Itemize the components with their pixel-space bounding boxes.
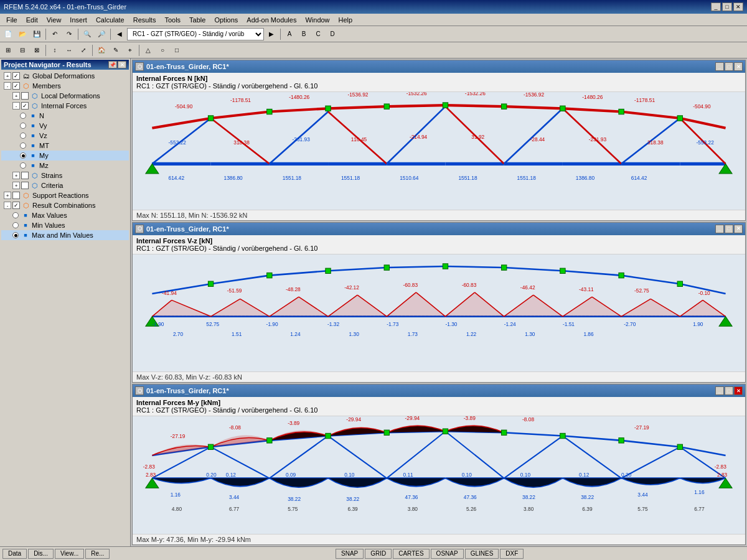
- check-strains[interactable]: [21, 172, 29, 179]
- tb2-btn-2[interactable]: ⊟: [16, 44, 29, 57]
- menu-view[interactable]: View: [43, 16, 65, 24]
- rw3-maximize[interactable]: □: [725, 386, 733, 395]
- tb-btn-d[interactable]: D: [326, 27, 339, 41]
- expand-criteria[interactable]: +: [12, 182, 20, 189]
- tree-vz[interactable]: ■ Vz: [1, 131, 129, 141]
- check-members[interactable]: ✓: [12, 82, 20, 90]
- tb2-btn-5[interactable]: ↔: [62, 44, 76, 57]
- check-int-forces[interactable]: ✓: [21, 102, 29, 110]
- tb2-btn-9[interactable]: ⌖: [123, 44, 137, 57]
- radio-mz[interactable]: [20, 162, 26, 169]
- tree-global-deformations[interactable]: + ✓ 🗂 Global Deformations: [1, 71, 129, 81]
- tree-mt[interactable]: ■ MT: [1, 141, 129, 151]
- menu-tools[interactable]: Tools: [161, 16, 184, 24]
- expand-global-def[interactable]: +: [4, 72, 11, 80]
- minimize-button[interactable]: _: [711, 2, 721, 11]
- menu-table[interactable]: Table: [186, 16, 209, 24]
- tb2-btn-12[interactable]: □: [170, 44, 184, 57]
- tab-results[interactable]: Re...: [85, 549, 110, 559]
- dxf-button[interactable]: DXF: [500, 549, 524, 559]
- tree-n[interactable]: ■ N: [1, 111, 129, 121]
- menu-help[interactable]: Help: [335, 16, 357, 24]
- tree-mz[interactable]: ■ Mz: [1, 161, 129, 170]
- radio-mt[interactable]: [20, 142, 26, 149]
- tb2-btn-10[interactable]: △: [141, 44, 155, 57]
- rw3-minimize[interactable]: _: [715, 386, 724, 395]
- menu-options[interactable]: Options: [210, 16, 242, 24]
- panel-pin-button[interactable]: 📌: [108, 61, 117, 68]
- next-button[interactable]: ▶: [265, 27, 278, 41]
- radio-vz[interactable]: [20, 133, 26, 139]
- check-global-def[interactable]: ✓: [12, 72, 20, 80]
- tree-vy[interactable]: ■ Vy: [1, 121, 129, 131]
- rw3-close[interactable]: ✕: [734, 386, 743, 395]
- zoom-in-button[interactable]: 🔍: [80, 27, 94, 41]
- redo-button[interactable]: ↷: [62, 27, 76, 41]
- tree-internal-forces[interactable]: - ✓ ⬡ Internal Forces: [1, 101, 129, 111]
- panel-close-button[interactable]: ✕: [118, 61, 126, 68]
- tb2-btn-4[interactable]: ↕: [48, 44, 62, 57]
- glines-button[interactable]: GLINES: [465, 549, 499, 559]
- tb-btn-b[interactable]: B: [297, 27, 311, 41]
- tree-support-reactions[interactable]: + ⬡ Support Reactions: [1, 190, 129, 200]
- rw2-maximize[interactable]: □: [725, 225, 733, 233]
- tb-btn-a[interactable]: A: [283, 27, 296, 41]
- expand-int-forces[interactable]: -: [12, 102, 20, 110]
- menu-window[interactable]: Window: [301, 16, 333, 24]
- tb2-btn-3[interactable]: ⊠: [30, 44, 44, 57]
- rw2-close[interactable]: ✕: [734, 225, 743, 233]
- radio-my[interactable]: [20, 152, 26, 159]
- check-result-comb[interactable]: ✓: [12, 202, 20, 209]
- menu-insert[interactable]: Insert: [66, 16, 91, 24]
- rw1-close[interactable]: ✕: [734, 62, 743, 71]
- cartes-button[interactable]: CARTES: [393, 549, 429, 559]
- menu-file[interactable]: File: [2, 16, 21, 24]
- expand-support[interactable]: +: [4, 192, 11, 199]
- expand-local-def[interactable]: +: [12, 92, 20, 100]
- maximize-button[interactable]: □: [722, 2, 732, 11]
- tree-my[interactable]: ■ My: [1, 151, 129, 161]
- expand-members[interactable]: -: [4, 82, 11, 90]
- undo-button[interactable]: ↶: [48, 27, 62, 41]
- check-criteria[interactable]: [21, 182, 29, 189]
- osnap-button[interactable]: OSNAP: [431, 549, 464, 559]
- radio-n[interactable]: [20, 113, 26, 119]
- menu-addons[interactable]: Add-on Modules: [243, 16, 300, 24]
- tree-criteria[interactable]: + ⬡ Criteria: [1, 180, 129, 190]
- tree-result-combinations[interactable]: - ✓ ⬡ Result Combinations: [1, 200, 129, 210]
- snap-button[interactable]: SNAP: [336, 549, 364, 559]
- radio-max[interactable]: [12, 212, 19, 218]
- check-support[interactable]: [12, 192, 20, 199]
- tree-max-min-values[interactable]: ■ Max and Min Values: [1, 230, 129, 240]
- tab-view[interactable]: View...: [55, 549, 84, 559]
- open-button[interactable]: 📂: [16, 27, 29, 41]
- close-button[interactable]: ✕: [733, 2, 743, 11]
- new-button[interactable]: 📄: [1, 27, 15, 41]
- prev-button[interactable]: ◀: [113, 27, 126, 41]
- radio-vy[interactable]: [20, 123, 26, 129]
- expand-strains[interactable]: +: [12, 172, 20, 179]
- tb2-btn-11[interactable]: ○: [156, 44, 169, 57]
- expand-result-comb[interactable]: -: [4, 202, 11, 209]
- menu-calculate[interactable]: Calculate: [92, 16, 128, 24]
- check-local-def[interactable]: [21, 92, 29, 100]
- tb2-btn-8[interactable]: ✎: [109, 44, 123, 57]
- tab-display[interactable]: Dis...: [28, 549, 54, 559]
- rw1-minimize[interactable]: _: [715, 62, 724, 71]
- zoom-out-button[interactable]: 🔎: [95, 27, 108, 41]
- tree-max-values[interactable]: ■ Max Values: [1, 210, 129, 220]
- grid-button[interactable]: GRID: [365, 549, 392, 559]
- tree-min-values[interactable]: ■ Min Values: [1, 220, 129, 230]
- menu-edit[interactable]: Edit: [22, 16, 42, 24]
- load-case-dropdown[interactable]: RC1 - GZT (STR/GEO) - Ständig / vorüb: [127, 28, 264, 40]
- tree-strains[interactable]: + ⬡ Strains: [1, 170, 129, 180]
- tree-members[interactable]: - ✓ ⬡ Members: [1, 81, 129, 91]
- menu-results[interactable]: Results: [129, 16, 160, 24]
- rw1-maximize[interactable]: □: [725, 62, 733, 71]
- tree-local-def[interactable]: + ⬡ Local Deformations: [1, 91, 129, 101]
- tb2-btn-6[interactable]: ⤢: [77, 44, 90, 57]
- tab-data[interactable]: Data: [2, 549, 27, 559]
- tb2-btn-1[interactable]: ⊞: [1, 44, 15, 57]
- tb-btn-c[interactable]: C: [311, 27, 325, 41]
- tb2-btn-7[interactable]: 🏠: [95, 44, 108, 57]
